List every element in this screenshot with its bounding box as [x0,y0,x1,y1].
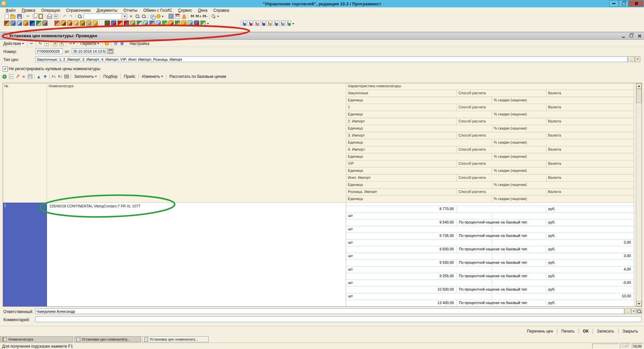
report-check-icon[interactable]: Σ [285,20,291,26]
method-cell[interactable]: По процентной наценке на базовый тип [457,300,546,307]
doc-percent-icon[interactable] [187,20,193,26]
responsible-select-button[interactable]: ... [625,308,631,314]
report-purple-icon[interactable]: Σ [260,20,265,26]
doc-add-icon[interactable] [162,20,167,26]
calendar-picker-button[interactable] [108,48,114,54]
payment-person-icon[interactable] [73,20,79,26]
memory-minus-icon[interactable]: M- [203,14,208,18]
combo-dropdown-button[interactable] [121,14,127,19]
toolbar-handle[interactable] [1,14,2,19]
toolbar-handle[interactable] [51,21,53,26]
settings-button[interactable]: Настройка [127,41,151,46]
add-row-icon[interactable]: + [2,74,7,79]
price-type-clear-button[interactable]: × [635,56,640,62]
clear-search-button[interactable]: × [129,14,132,18]
menu-item-1[interactable]: Правка [19,8,39,13]
number-field[interactable] [35,48,63,54]
report-person-blue-icon[interactable]: Σ [241,20,246,26]
doc-restore-button[interactable] [629,33,634,38]
currency-cell[interactable]: руб. [546,206,634,213]
currency-cell[interactable]: руб. [546,273,634,280]
report-person-red-icon[interactable]: Σ [247,20,253,26]
doc-close-button[interactable] [637,33,642,38]
scrollbar-thumb[interactable] [636,89,642,103]
search-input[interactable] [84,14,122,19]
calculator-icon[interactable] [169,14,173,19]
cut-icon[interactable]: ✂ [26,14,30,18]
sort-desc-icon[interactable]: Я↓ [58,75,63,78]
redo-icon[interactable]: ↷ [69,14,72,18]
find-prev-icon[interactable] [142,14,146,19]
user-rights-icon[interactable] [181,14,186,19]
ok-button[interactable]: ОК [580,329,592,334]
discount-cell[interactable]: 4,00 [492,266,634,273]
end-edit-icon[interactable] [28,74,33,79]
open-folder-icon[interactable] [10,15,15,19]
sale-cart-icon[interactable] [67,20,72,26]
menu-item-5[interactable]: Отчеты [120,8,140,13]
fill-button[interactable]: Заполнить [72,74,99,79]
toolbar-handle[interactable] [238,21,239,26]
unit-cell[interactable]: шт [346,266,492,273]
restore-button[interactable] [619,0,628,7]
taskbar-tab-1[interactable]: Установки цен номенклату... [74,336,141,342]
customer-coins-icon[interactable] [54,20,60,26]
report-blue-icon[interactable]: Σ [273,20,278,26]
order-chart-icon[interactable] [124,20,129,26]
method-cell[interactable]: По процентной наценке на базовый тип [457,273,546,280]
report-lines-icon[interactable]: Σ [279,20,284,26]
discount-cell[interactable]: -3,00 [492,280,634,287]
calc-base-button[interactable]: Рассчитать по базовым ценам [167,74,228,79]
close-form-button[interactable]: Закрыть [619,329,641,334]
report-persons-icon[interactable]: Σ [254,20,259,26]
menu-item-6[interactable]: Обмен с ГосИС [140,8,175,13]
responsible-open-button[interactable] [637,308,642,314]
method-cell[interactable]: По процентной наценке на базовый тип [457,233,546,240]
find-icon[interactable] [77,14,82,19]
comment-field[interactable] [35,316,642,322]
doc-exchange-icon[interactable] [156,20,161,26]
price-type-field[interactable] [35,56,628,62]
responsible-field[interactable] [35,308,624,314]
money-transfer-icon[interactable] [130,20,136,26]
doc-approve-icon[interactable] [175,20,180,26]
method-cell[interactable] [457,206,546,213]
memory-plus-icon[interactable]: M+ [195,14,202,18]
copy-doc-icon[interactable] [17,20,22,26]
minimize-button[interactable] [609,0,619,7]
bank-icon[interactable] [80,20,85,26]
currency-cell[interactable]: руб. [546,233,634,240]
discount-cell[interactable] [492,226,634,233]
price-cell[interactable]: 9 540,00 [346,219,457,226]
info-icon[interactable]: i [156,14,161,18]
print-icon[interactable] [47,15,52,19]
responsible-clear-button[interactable]: × [631,308,636,314]
goto-button[interactable]: Перейти [78,41,102,46]
purchase-cart-icon[interactable] [61,20,66,26]
unit-cell[interactable]: шт [346,240,492,246]
service-settings-icon[interactable] [211,14,216,19]
unit-cell[interactable]: шт [346,280,492,287]
discount-cell[interactable] [492,213,634,219]
menu-item-0[interactable]: Файл [3,8,19,13]
status-doc-icon[interactable] [200,20,206,26]
change-button[interactable]: Изменить [140,74,165,79]
doc-money-icon[interactable] [149,20,155,26]
taskbar-tab-0[interactable]: Номенклатура [0,336,73,342]
move-down-icon[interactable]: ▼ [44,75,46,79]
method-cell[interactable]: По процентной наценке на базовый тип [457,246,546,253]
drawing-tools-icon[interactable] [42,20,48,26]
unit-cell[interactable]: шт [346,293,492,300]
report-gold-icon[interactable]: Σ [266,20,272,26]
table-view-icon[interactable]: ▤ [114,42,117,45]
currency-cell[interactable]: руб. [546,246,634,253]
toolbar-handle[interactable] [102,21,103,26]
unit-cell[interactable]: шт [346,213,492,219]
scroll-down-button[interactable] [636,301,642,306]
scroll-up-button[interactable] [636,83,642,89]
actions-button[interactable]: Действия [1,41,26,46]
income-coins-icon[interactable] [93,20,98,26]
write-button[interactable]: Записать [594,329,618,334]
copy-row-icon[interactable]: + [9,74,13,79]
send-icon[interactable]: → [68,42,71,45]
